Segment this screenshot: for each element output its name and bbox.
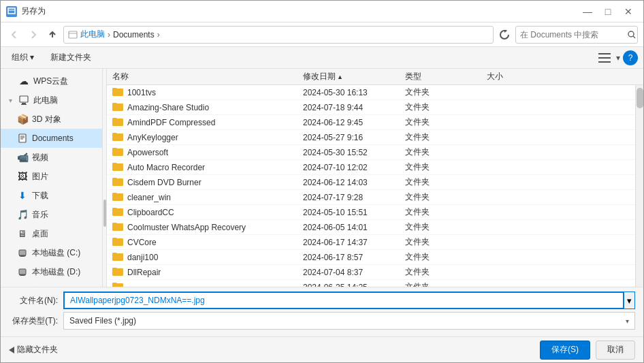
filename-label: 文件名(N): [9, 295, 63, 306]
breadcrumb-sep2: › [157, 30, 160, 40]
file-type: 文件夹 [405, 86, 487, 98]
table-row[interactable]: Coolmuster WhatsApp Recovery 2024-06-05 … [107, 220, 635, 235]
file-area: 名称 修改日期 ▲ 类型 大小 1001t [107, 69, 643, 287]
new-folder-button[interactable]: 新建文件夹 [45, 50, 97, 66]
file-name: ClipboardCC [112, 207, 303, 218]
file-list: 1001tvs 2024-05-30 16:13 文件夹 Amazing-Sha… [107, 85, 635, 287]
folder-icon [112, 267, 123, 278]
sidebar-item-drive-c[interactable]: 本地磁盘 (C:) [1, 243, 102, 262]
vertical-scrollbar[interactable] [635, 85, 643, 287]
table-row[interactable]: Auto Macro Recorder 2024-07-10 12:02 文件夹 [107, 160, 635, 175]
svg-rect-17 [19, 250, 26, 255]
filename-dropdown-button[interactable]: ▾ [624, 291, 635, 309]
table-row[interactable]: Amazing-Share Studio 2024-07-18 9:44 文件夹 [107, 100, 635, 115]
table-row[interactable]: CVCore 2024-06-17 14:37 文件夹 [107, 235, 635, 250]
search-input[interactable] [516, 30, 626, 40]
file-date: 2024-05-30 16:13 [303, 88, 405, 97]
titlebar: 另存为 — □ ✕ [1, 1, 643, 22]
sort-icon: ▲ [337, 74, 343, 80]
close-button[interactable]: ✕ [619, 4, 638, 19]
svg-rect-19 [19, 269, 26, 274]
help-button[interactable]: ? [623, 50, 638, 65]
table-row[interactable]: ClipboardCC 2024-05-10 15:51 文件夹 [107, 205, 635, 220]
sidebar-item-mypc[interactable]: ▾ 此电脑 [1, 91, 102, 110]
table-row[interactable]: AmindPDF Compressed 2024-06-12 9:45 文件夹 [107, 115, 635, 130]
organize-button[interactable]: 组织 ▾ [6, 50, 39, 66]
file-type: 文件夹 [405, 281, 487, 287]
maximize-button[interactable]: □ [598, 4, 617, 19]
footer-buttons: 保存(S) 取消 [540, 341, 635, 360]
sidebar-item-drive-d[interactable]: 本地磁盘 (D:) [1, 262, 102, 281]
show-hidden-toggle[interactable]: 隐藏文件夹 [9, 344, 58, 356]
triangle-icon [9, 347, 14, 353]
view-dropdown-arrow[interactable]: ▾ [616, 53, 620, 63]
sidebar-item-label: 3D 对象 [32, 114, 61, 125]
titlebar-left: 另存为 [6, 5, 46, 17]
folder-icon [112, 87, 123, 98]
sidebar-item-pictures[interactable]: 🖼 图片 [1, 167, 102, 186]
table-row[interactable]: Apowersoft 2024-05-30 15:52 文件夹 [107, 145, 635, 160]
file-type: 文件夹 [405, 206, 487, 218]
header-name[interactable]: 名称 [112, 71, 303, 82]
forward-button[interactable] [25, 27, 42, 43]
header-date[interactable]: 修改日期 ▲ [303, 71, 405, 82]
minimize-button[interactable]: — [578, 4, 597, 19]
sidebar-item-wps[interactable]: ☁ WPS云盘 [1, 72, 102, 91]
sidebar-item-label: 本地磁盘 (C:) [32, 247, 80, 259]
back-button[interactable] [6, 27, 22, 43]
sidebar-item-video[interactable]: 📹 视频 [1, 148, 102, 167]
table-row[interactable]: Cisdem DVD Burner 2024-06-12 14:03 文件夹 [107, 175, 635, 190]
file-name: cleaner_win [112, 192, 303, 203]
filename-input[interactable] [63, 291, 624, 309]
file-name: danji100 [112, 252, 303, 263]
expand-icon: ▾ [6, 96, 14, 104]
filetype-row: 保存类型(T): Saved Files (*.jpg) ▾ [9, 312, 635, 330]
file-name: Cisdem DVD Burner [112, 177, 303, 188]
view-button[interactable] [596, 50, 613, 66]
file-date: 2024-06-12 9:45 [303, 118, 405, 127]
file-type: 文件夹 [405, 101, 487, 113]
save-button[interactable]: 保存(S) [540, 341, 590, 360]
sidebar-item-label: 音乐 [32, 209, 48, 221]
sidebar-item-label: 图片 [32, 171, 48, 183]
footer: 隐藏文件夹 保存(S) 取消 [1, 336, 643, 362]
sidebar-scrollbar[interactable] [103, 69, 107, 287]
file-list-container: 1001tvs 2024-05-30 16:13 文件夹 Amazing-Sha… [107, 85, 643, 287]
sidebar-item-music[interactable]: 🎵 音乐 [1, 205, 102, 224]
search-button[interactable] [626, 27, 637, 43]
header-size[interactable]: 大小 [487, 71, 541, 82]
refresh-button[interactable] [496, 27, 513, 43]
filetype-select[interactable]: Saved Files (*.jpg) ▾ [63, 312, 635, 330]
svg-rect-2 [69, 31, 77, 38]
sidebar-item-3d[interactable]: 📦 3D 对象 [1, 110, 102, 129]
sidebar-item-desktop[interactable]: 🖥 桌面 [1, 224, 102, 243]
table-row[interactable]: 1001tvs 2024-05-30 16:13 文件夹 [107, 85, 635, 100]
file-name: Apowersoft [112, 147, 303, 158]
table-row[interactable]: DllRepair 2024-07-04 8:37 文件夹 [107, 265, 635, 280]
table-row[interactable]: AnyKeylogger 2024-05-27 9:16 文件夹 [107, 130, 635, 145]
mypc-icon [18, 95, 29, 106]
file-name: Coolmuster WhatsApp Recovery [112, 222, 303, 233]
filetype-value: Saved Files (*.jpg) [69, 316, 136, 326]
file-type: 文件夹 [405, 221, 487, 233]
file-name: ... [112, 282, 303, 287]
table-row[interactable]: ... 2024-06-25 14:25 文件夹 [107, 280, 635, 287]
sidebar-item-drive-e[interactable]: 新加卷 (E:) [1, 281, 102, 287]
breadcrumb-root[interactable]: 此电脑 [80, 29, 105, 40]
folder-icon [112, 147, 123, 158]
up-button[interactable] [44, 27, 61, 43]
file-name: 1001tvs [112, 87, 303, 98]
file-type: 文件夹 [405, 116, 487, 128]
file-date: 2024-06-05 14:01 [303, 223, 405, 232]
header-type[interactable]: 类型 [405, 71, 487, 82]
table-row[interactable]: danji100 2024-06-17 8:57 文件夹 [107, 250, 635, 265]
folder-icon [112, 162, 123, 173]
folder-icon [112, 222, 123, 233]
sidebar-item-downloads[interactable]: ⬇ 下载 [1, 186, 102, 205]
cancel-button[interactable]: 取消 [596, 341, 635, 360]
table-row[interactable]: cleaner_win 2024-07-17 9:28 文件夹 [107, 190, 635, 205]
sidebar-item-documents[interactable]: Documents [1, 129, 102, 148]
main-content: ☁ WPS云盘 ▾ 此电脑 📦 3D 对象 Documents [1, 69, 643, 287]
sidebar-item-label: 此电脑 [33, 95, 58, 106]
breadcrumb-sep1: › [108, 30, 110, 40]
